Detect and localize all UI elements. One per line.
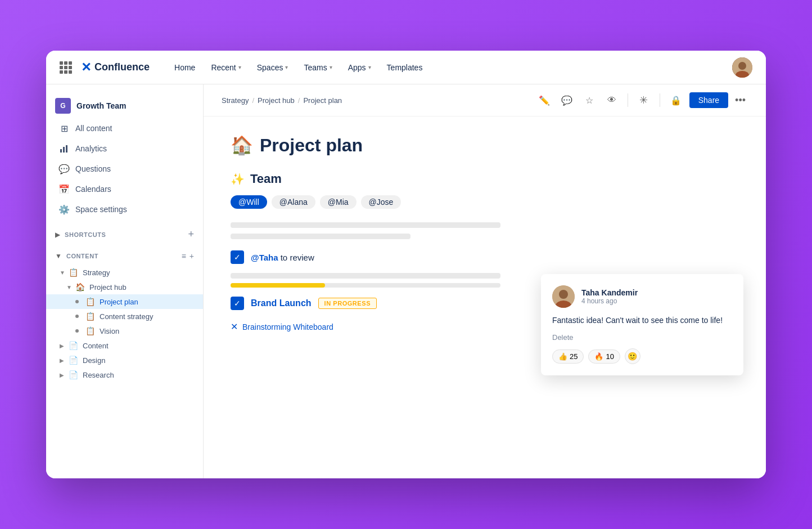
- sidebar-item-calendars[interactable]: 📅 Calendars: [49, 179, 200, 199]
- task-mention[interactable]: @Taha: [251, 253, 278, 262]
- breadcrumb-separator: /: [298, 96, 300, 105]
- ai-button[interactable]: ✳: [635, 91, 653, 109]
- star-button[interactable]: ☆: [580, 91, 598, 109]
- comment-header: Taha Kandemir 4 hours ago: [552, 285, 732, 308]
- tree-item-design[interactable]: ▶ 📄 Design: [46, 353, 203, 367]
- project-hub-icon: 🏠: [75, 283, 85, 292]
- edit-button[interactable]: ✏️: [535, 91, 553, 109]
- breadcrumb-project-hub[interactable]: Project hub: [258, 96, 295, 105]
- brand-launch-text[interactable]: Brand Launch: [251, 298, 312, 308]
- chevron-right-icon[interactable]: ▶: [55, 231, 60, 239]
- sidebar-item-questions[interactable]: 💬 Questions: [49, 159, 200, 179]
- breadcrumb-project-plan[interactable]: Project plan: [303, 96, 342, 105]
- content-label: CONTENT: [66, 253, 182, 259]
- smiley-icon: 🙂: [628, 352, 637, 361]
- tree-item-label: Content strategy: [100, 312, 153, 321]
- svg-rect-4: [63, 147, 65, 153]
- view-button[interactable]: 👁: [603, 91, 621, 109]
- sidebar-item-analytics[interactable]: Analytics: [49, 138, 200, 159]
- nav-home[interactable]: Home: [168, 60, 202, 75]
- team-mentions: @Will @Alana @Mia @Jose: [231, 195, 739, 209]
- checkmark-icon: ✓: [234, 299, 241, 308]
- logo[interactable]: ✕ Confluence: [81, 60, 150, 75]
- section-title: Team: [250, 172, 282, 186]
- analytics-icon: [58, 143, 70, 154]
- content-icon: 📄: [69, 341, 78, 350]
- sidebar-item-space-settings[interactable]: ⚙️ Space settings: [49, 199, 200, 219]
- nav-recent[interactable]: Recent ▾: [204, 60, 247, 75]
- reaction-count: 25: [570, 352, 578, 361]
- task-row: ✓ @Taha to review: [231, 250, 739, 264]
- confluence-icon: ✕: [231, 321, 238, 332]
- comment-reactions: 👍 25 🔥 10 🙂: [552, 348, 732, 364]
- sidebar-item-label: Questions: [75, 164, 111, 173]
- chevron-down-icon[interactable]: ▼: [55, 252, 62, 260]
- tree-item-label: Design: [83, 356, 105, 365]
- browser-window: ✕ Confluence Home Recent ▾ Spaces ▾ Team…: [46, 51, 766, 478]
- add-reaction-button[interactable]: 🙂: [625, 348, 640, 364]
- top-nav: ✕ Confluence Home Recent ▾ Spaces ▾ Team…: [46, 51, 766, 84]
- nav-templates[interactable]: Templates: [380, 60, 430, 75]
- tree-item-strategy[interactable]: ▼ 📋 Strategy: [46, 265, 203, 280]
- nav-spaces[interactable]: Spaces ▾: [250, 60, 295, 75]
- breadcrumb: Strategy / Project hub / Project plan: [222, 96, 342, 105]
- task-checkbox[interactable]: ✓: [231, 250, 244, 264]
- tree-item-content[interactable]: ▶ 📄 Content: [46, 338, 203, 353]
- brand-launch-checkbox[interactable]: ✓: [231, 297, 244, 310]
- shortcuts-section: ▶ SHORTCUTS +: [46, 224, 203, 245]
- chevron-down-icon: ▾: [238, 64, 241, 70]
- comment-body: Fantastic idea! Can't wait to see this c…: [552, 315, 732, 326]
- svg-rect-3: [60, 149, 62, 153]
- mention-alana[interactable]: @Alana: [272, 195, 315, 209]
- tree-item-label: Project plan: [100, 298, 138, 306]
- tree-item-project-hub[interactable]: ▼ 🏠 Project hub: [46, 280, 203, 294]
- reaction-count: 10: [606, 352, 613, 361]
- lock-icon[interactable]: 🔒: [667, 91, 685, 109]
- comment-button[interactable]: 💬: [558, 91, 576, 109]
- checkmark-icon: ✓: [234, 253, 241, 262]
- comment-delete-button[interactable]: Delete: [552, 333, 732, 342]
- reaction-thumbsup[interactable]: 👍 25: [552, 349, 584, 364]
- nav-apps[interactable]: Apps ▾: [341, 60, 378, 75]
- page-content: 🏠 Project plan ✨ Team @Will @Alana @Mia …: [204, 116, 766, 350]
- filter-icon[interactable]: ≡: [182, 252, 186, 261]
- page-title-row: 🏠 Project plan: [231, 135, 739, 156]
- add-shortcut-button[interactable]: +: [188, 228, 194, 240]
- task-text: @Taha to review: [251, 253, 314, 262]
- avatar[interactable]: [732, 57, 752, 78]
- bullet-icon: [75, 329, 79, 333]
- project-plan-icon: 📋: [85, 297, 95, 306]
- sidebar: G Growth Team ⊞ All content Analytics: [46, 84, 204, 478]
- more-options-button[interactable]: •••: [733, 95, 748, 106]
- mention-mia[interactable]: @Mia: [320, 195, 357, 209]
- tree-item-project-plan[interactable]: 📋 Project plan: [46, 294, 203, 309]
- progress-bar: [231, 283, 500, 288]
- space-header[interactable]: G Growth Team: [46, 93, 203, 118]
- tree-item-label: Vision: [100, 327, 119, 335]
- settings-icon: ⚙️: [58, 204, 70, 215]
- svg-rect-5: [66, 145, 67, 153]
- sidebar-item-label: Analytics: [75, 144, 107, 153]
- fire-icon: 🔥: [594, 352, 603, 361]
- add-content-button[interactable]: +: [190, 252, 194, 261]
- page-title: Project plan: [260, 135, 363, 156]
- chevron-right-icon: ▶: [60, 343, 66, 349]
- grid-icon[interactable]: [60, 61, 72, 74]
- section-title-row: ✨ Team: [231, 172, 739, 186]
- chevron-right-icon: ▶: [60, 372, 66, 378]
- reaction-fire[interactable]: 🔥 10: [588, 349, 620, 364]
- sidebar-item-all-content[interactable]: ⊞ All content: [49, 118, 200, 138]
- mention-jose[interactable]: @Jose: [361, 195, 402, 209]
- breadcrumb-strategy[interactable]: Strategy: [222, 96, 249, 105]
- tree-item-content-strategy[interactable]: 📋 Content strategy: [46, 309, 203, 324]
- chevron-down-icon: ▾: [330, 64, 332, 70]
- tree-item-label: Research: [83, 371, 114, 379]
- tree-item-research[interactable]: ▶ 📄 Research: [46, 367, 203, 382]
- breadcrumb-separator: /: [252, 96, 254, 105]
- mention-will[interactable]: @Will: [231, 195, 267, 209]
- tree-item-vision[interactable]: 📋 Vision: [46, 324, 203, 338]
- comment-meta: Taha Kandemir 4 hours ago: [581, 288, 638, 305]
- share-button[interactable]: Share: [689, 92, 728, 108]
- sidebar-item-label: Calendars: [75, 185, 111, 194]
- nav-teams[interactable]: Teams ▾: [297, 60, 339, 75]
